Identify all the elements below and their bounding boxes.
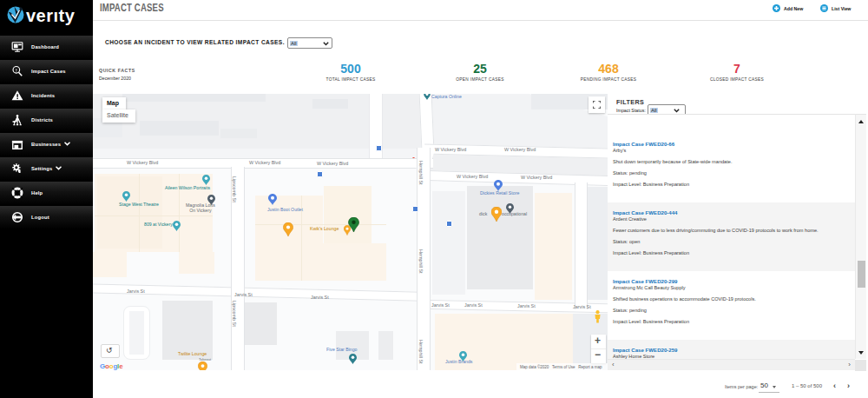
svg-text:verıty: verıty [26,6,76,25]
